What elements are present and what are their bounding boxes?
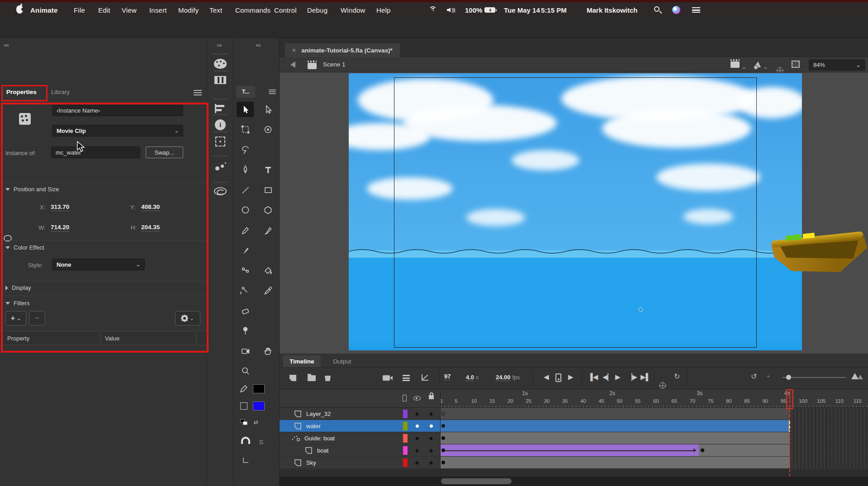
layer-visibility-dot[interactable] [416,425,419,428]
edit-scene-icon[interactable] [730,61,740,68]
color-effect-header[interactable]: Color Effect [5,244,44,251]
add-filter-button[interactable]: + ⌄ [5,311,26,326]
swap-button[interactable]: Swap... [146,146,183,158]
outline-view-icon[interactable] [403,395,407,401]
layer-outline-color-swatch[interactable] [403,422,408,430]
step-back-button[interactable]: ◀ [544,373,549,381]
camera-button[interactable] [383,375,390,381]
layer-lock-dot[interactable] [429,437,433,440]
free-transform-tool[interactable] [237,122,254,137]
layer-name[interactable]: water [306,423,321,429]
align-icon[interactable] [215,104,226,113]
brush-dots-icon[interactable] [214,161,226,171]
layer-visibility-dot[interactable] [415,461,419,465]
x-value[interactable]: 313.70 [51,203,69,211]
go-to-first-frame-button[interactable]: ▐◀ [588,373,598,381]
layer-track-water[interactable] [440,420,868,432]
menu-edit[interactable]: Edit [98,6,110,14]
layer-row-sky[interactable]: Sky [280,457,440,469]
lasso-tool[interactable] [237,142,254,157]
transform-icon[interactable] [215,137,225,146]
gradient-transform-tool[interactable] [259,122,276,137]
bone-tool[interactable] [237,283,254,298]
lock-all-icon[interactable] [429,392,434,399]
layer-row-guide-boat[interactable]: Guide: boat [280,432,440,444]
layer-track-layer-32[interactable] [440,408,868,420]
menu-debug[interactable]: Debug [307,6,327,14]
line-tool[interactable] [237,182,254,198]
layer-lock-dot[interactable] [430,425,433,428]
menu-control[interactable]: Control [274,6,297,14]
new-folder-button[interactable] [308,375,316,381]
expand-tool-options-icon[interactable] [243,458,248,463]
layer-track-guide-boat[interactable] [440,432,868,444]
y-value[interactable]: 408.30 [141,203,160,211]
creative-cloud-icon[interactable] [214,187,227,195]
rectangle-tool[interactable] [259,182,276,198]
menu-insert[interactable]: Insert [149,6,167,14]
battery-icon[interactable] [484,7,495,13]
collapse-panel-icon[interactable]: << [4,42,9,48]
loop-frame-button[interactable] [555,373,561,382]
previous-frame-button[interactable]: ◀▏ [602,373,613,381]
classic-brush-tool[interactable] [237,243,254,258]
oval-tool[interactable] [237,203,254,218]
show-hide-all-icon[interactable] [413,396,421,401]
go-to-last-frame-button[interactable]: ▶▌ [640,373,650,381]
hand-tool[interactable] [259,343,276,359]
filter-options-button[interactable]: ⌄ [175,311,200,326]
reset-timeline-zoom-button[interactable]: ↺ [751,372,757,381]
frame-rate-value[interactable]: 24.00 [496,374,511,381]
expand-panels-icon[interactable]: >> [217,42,222,48]
layer-track-sky[interactable] [440,457,868,469]
menu-file[interactable]: File [74,6,85,14]
paint-bucket-tool[interactable] [259,263,276,278]
camera-tool[interactable] [237,343,254,359]
pencil-tool[interactable] [237,222,254,238]
menu-view[interactable]: View [122,6,137,14]
layer-outline-color-swatch[interactable] [403,446,408,455]
stroke-color-swatch[interactable] [253,384,265,393]
tab-output[interactable]: Output [327,355,358,367]
subselection-tool[interactable] [259,102,276,117]
search-icon[interactable] [654,6,659,12]
paint-brush-tool[interactable] [259,222,276,238]
layer-outline-color-swatch[interactable] [403,434,408,443]
pin-tool[interactable] [237,323,254,339]
layer-visibility-dot[interactable] [415,449,419,453]
menu-date[interactable]: Tue May 14 [504,6,540,14]
pen-tool[interactable] [237,162,254,178]
layer-outline-color-swatch[interactable] [403,458,408,467]
menu-commands[interactable]: Commands [235,6,270,14]
layer-name[interactable]: Sky [306,459,316,466]
tab-library[interactable]: Library [51,89,70,95]
current-frame-value[interactable]: 97 [444,373,451,380]
layer-name[interactable]: boat [317,447,328,454]
playhead-marker[interactable] [786,389,793,409]
position-size-header[interactable]: Position and Size [5,186,59,193]
default-colors-icon2[interactable] [243,421,247,425]
layer-lock-dot[interactable] [429,412,433,416]
symbol-type-dropdown[interactable]: Movie Clip ⌄ [52,125,183,137]
menu-help[interactable]: Help [376,6,391,14]
volume-icon[interactable]: ))) [447,7,455,13]
polygon-tool[interactable] [259,203,276,218]
info-icon[interactable]: i [215,119,226,130]
loop-playback-button[interactable]: ↻ [674,372,680,381]
menu-modify[interactable]: Modify [178,6,199,14]
timeline-zoom-slider[interactable] [783,377,846,378]
wifi-icon[interactable] [429,6,438,13]
eraser-tool[interactable] [237,303,254,318]
style-dropdown[interactable]: None ⌄ [52,259,145,270]
tab-tools[interactable]: T... [236,86,255,98]
close-document-icon[interactable]: × [292,47,296,54]
edit-symbols-icon[interactable] [752,60,763,70]
snap-to-objects-icon[interactable] [241,437,250,444]
document-tab[interactable]: × animate-Tutorial-5.fla (Canvas)* [285,43,400,57]
layer-depth-button[interactable] [403,375,410,381]
scrollbar-thumb[interactable] [441,478,512,484]
play-button[interactable]: ▶ [615,373,621,381]
h-value[interactable]: 204.35 [141,224,160,231]
back-arrow-icon[interactable] [290,61,295,68]
snap-option-label[interactable]: S [259,439,263,446]
